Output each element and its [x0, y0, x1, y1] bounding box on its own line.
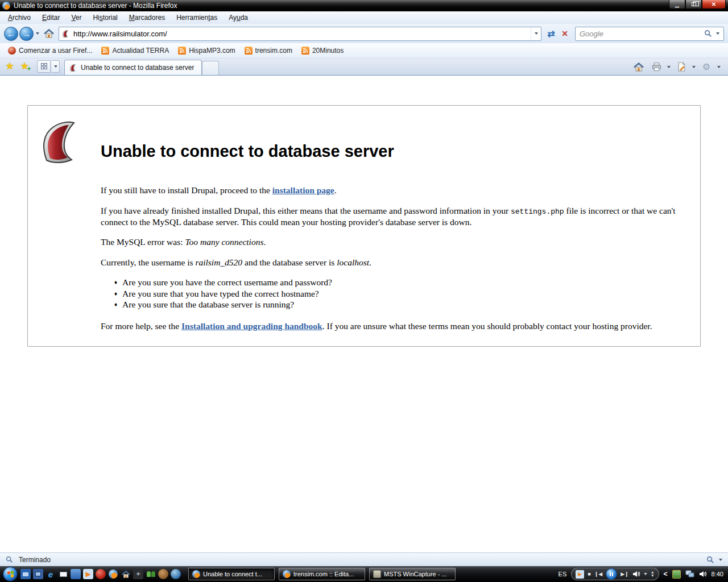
url-history-dropdown[interactable] — [531, 27, 541, 40]
taskbar-button-wincapture[interactable]: MSTS WinCapture - ... — [369, 568, 456, 580]
stop-button[interactable]: ✕ — [558, 26, 572, 41]
taskbar-button-firefox-trensim[interactable]: trensim.com :: Edita... — [279, 568, 365, 580]
network-icon[interactable] — [685, 570, 694, 578]
internet-explorer-icon[interactable]: e — [46, 569, 56, 579]
tab-stub[interactable] — [202, 61, 219, 75]
wmp-volume-icon[interactable] — [632, 571, 640, 577]
search-icon[interactable] — [704, 30, 712, 38]
rss-icon — [301, 47, 309, 55]
bookmark-label: Actualidad TERRA — [112, 47, 169, 55]
firefox-icon[interactable] — [108, 569, 118, 579]
tools-dropdown-icon[interactable] — [717, 66, 721, 68]
wmp-stop-button[interactable]: ■ — [588, 571, 590, 577]
print-button[interactable] — [650, 60, 663, 74]
handbook-link[interactable]: Installation and upgrading handbook — [181, 321, 322, 331]
tray-chevron-icon[interactable]: < — [664, 570, 668, 578]
zoom-icon[interactable] — [706, 556, 714, 564]
checklist: Are you sure you have the correct userna… — [101, 277, 690, 310]
search-engine-dropdown-icon[interactable] — [716, 32, 719, 35]
pause-icon — [612, 572, 613, 576]
paragraph-install: If you still have to install Drupal, pro… — [101, 185, 690, 196]
mail-icon[interactable] — [58, 569, 68, 579]
menu-archivo[interactable]: Archivo — [2, 12, 36, 23]
bookmark-actualidad-terra[interactable]: Actualidad TERRA — [97, 45, 173, 56]
bookmark-trensim[interactable]: trensim.com — [240, 45, 297, 56]
volume-icon[interactable] — [699, 571, 707, 577]
forward-button[interactable]: → — [19, 27, 34, 41]
close-button[interactable]: ✕ — [702, 0, 726, 9]
page-dropdown-icon[interactable] — [692, 66, 696, 68]
bookmark-label: Comenzar a usar Firef... — [19, 47, 92, 55]
reload-button[interactable]: ⇄ — [544, 26, 558, 41]
status-bar: Terminado — [0, 552, 728, 566]
home-app-icon[interactable] — [121, 569, 131, 579]
status-search-icon — [6, 556, 13, 563]
search-placeholder[interactable]: Google — [580, 30, 704, 38]
bookmark-label: trensim.com — [255, 47, 292, 55]
rail-simulator-logo — [39, 118, 85, 164]
switch-windows-icon[interactable] — [33, 569, 43, 579]
clock[interactable]: 8:40 — [712, 571, 723, 577]
tray-app-icon[interactable] — [672, 570, 681, 579]
firefox-icon — [192, 570, 200, 578]
wmp-volume-dropdown-icon[interactable] — [644, 573, 647, 575]
quick-launch-bar: e ▶ ✦ — [20, 569, 181, 579]
getting-started-icon — [8, 47, 16, 55]
add-bookmark-button[interactable]: ★ — [18, 59, 31, 74]
menu-editar[interactable]: Editar — [36, 12, 65, 23]
menu-herramientas[interactable]: Herramientas — [171, 12, 223, 23]
emule-icon[interactable] — [158, 569, 168, 579]
media-player-icon[interactable]: ▶ — [83, 569, 93, 579]
tab-list-button[interactable] — [37, 60, 51, 73]
start-button[interactable] — [3, 567, 18, 581]
tab-list-dropdown[interactable] — [52, 60, 60, 73]
home-button[interactable] — [42, 26, 56, 41]
taskbar-button-firefox-error[interactable]: Unable to connect t... — [188, 568, 275, 580]
printer-icon — [652, 62, 661, 72]
minimize-button[interactable]: ▁ — [669, 0, 685, 9]
print-dropdown-icon[interactable] — [667, 66, 671, 68]
tab-tools-left: ★ ★ — [3, 59, 60, 75]
tools-button[interactable]: ⚙ — [700, 60, 713, 74]
home-button-2[interactable] — [632, 60, 646, 74]
url-text[interactable]: http://www.railsimulator.com/ — [73, 30, 531, 38]
bookmark-hispamp3[interactable]: HispaMP3.com — [173, 45, 239, 56]
browser-globe-icon[interactable] — [171, 569, 181, 579]
text: . — [334, 185, 337, 195]
installation-page-link[interactable]: installation page — [272, 185, 334, 195]
menu-ayuda[interactable]: Ayuda — [223, 12, 254, 23]
settings-php-code: settings.php — [511, 207, 564, 216]
wmp-logo-icon[interactable]: ▶ — [576, 570, 584, 579]
window-controls: ▁ ✕ — [669, 0, 726, 9]
wmp-pause-button[interactable] — [606, 568, 617, 580]
bookmark-comenzar[interactable]: Comenzar a usar Firef... — [3, 45, 97, 56]
tab-active[interactable]: Unable to connect to database server — [64, 60, 202, 75]
messenger-icon[interactable] — [146, 569, 156, 579]
paragraph-mysql-error: The MySQL error was: Too many connection… — [101, 236, 690, 248]
bookmark-20minutos[interactable]: 20Minutos — [297, 45, 348, 56]
back-button[interactable]: ← — [4, 27, 18, 41]
star-icon: ★ — [5, 60, 14, 72]
realplayer-icon[interactable] — [96, 569, 106, 579]
language-indicator[interactable]: ES — [559, 571, 567, 577]
star-plus-icon: ★ — [20, 60, 28, 72]
url-bar[interactable]: http://www.railsimulator.com/ — [59, 27, 541, 41]
menu-bar: Archivo Editar Ver Historial Marcadores … — [0, 11, 728, 24]
menu-ver[interactable]: Ver — [65, 12, 87, 23]
search-box[interactable]: Google — [575, 27, 724, 41]
wmp-next-button[interactable]: ▶❙ — [621, 571, 628, 577]
page-button[interactable] — [675, 60, 688, 74]
wmp-previous-button[interactable]: ❙◀ — [594, 571, 602, 577]
show-desktop-icon[interactable] — [20, 569, 31, 579]
folder-icon[interactable] — [71, 569, 81, 579]
menu-historial[interactable]: Historial — [87, 12, 123, 23]
wmp-band-expand[interactable]: ▲▼ — [651, 571, 655, 577]
history-dropdown-icon[interactable] — [36, 32, 39, 35]
restore-button[interactable] — [685, 0, 702, 9]
bookmark-star-button[interactable]: ★ — [3, 59, 16, 74]
paragraph-help: For more help, see the Installation and … — [101, 321, 690, 332]
zoom-dropdown-icon[interactable] — [719, 559, 722, 561]
menu-marcadores[interactable]: Marcadores — [123, 12, 171, 23]
dark-app-icon[interactable]: ✦ — [133, 569, 143, 579]
restore-icon — [692, 2, 696, 6]
